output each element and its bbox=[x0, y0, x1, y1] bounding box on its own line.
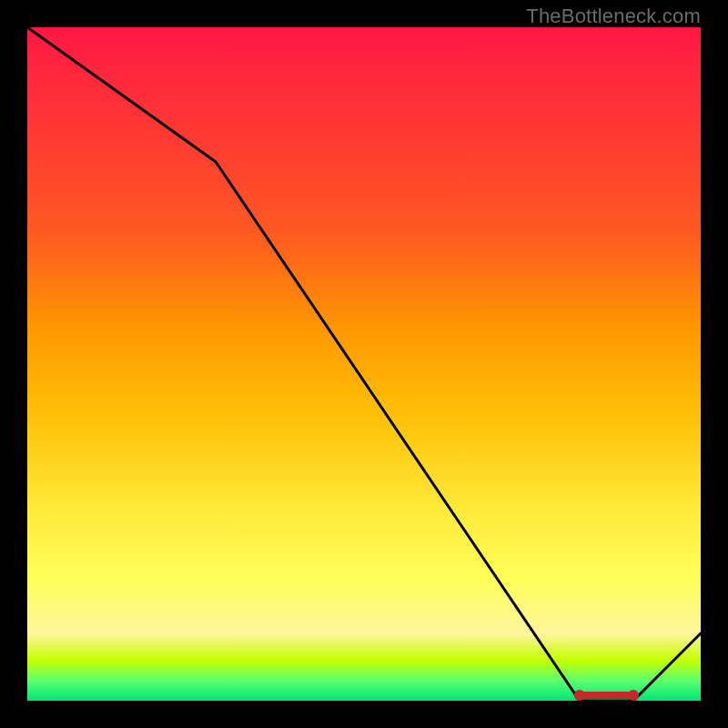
attribution-label: TheBottleneck.com bbox=[526, 5, 701, 28]
chart-frame: TheBottleneck.com bbox=[0, 0, 728, 728]
chart-overlay bbox=[27, 27, 701, 701]
highlight-dot-start bbox=[574, 690, 585, 701]
highlight-dot-end bbox=[628, 690, 639, 701]
plot-area bbox=[27, 27, 701, 701]
data-line bbox=[27, 27, 701, 701]
